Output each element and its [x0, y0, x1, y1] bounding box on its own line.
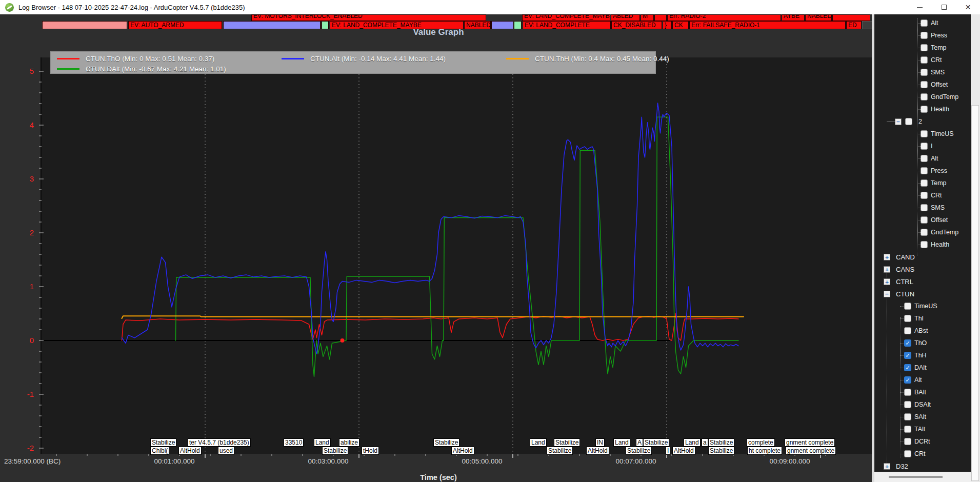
event-marker[interactable] [322, 21, 329, 29]
event-marker[interactable]: CK_DISABLED [611, 21, 662, 29]
event-marker[interactable]: AYBE [782, 14, 805, 21]
plot-canvas[interactable]: -2-1012345 [0, 14, 872, 482]
tree-item-label[interactable]: Temp [931, 179, 947, 187]
tree-item-label[interactable]: CANS [896, 266, 914, 273]
checkbox-BAlt[interactable] [904, 389, 911, 396]
tree-item-label[interactable]: GndTemp [931, 93, 958, 101]
checkbox-ABst[interactable] [904, 327, 911, 334]
event-marker[interactable]: Err: RADIO-2 [667, 14, 781, 21]
event-marker[interactable]: EV: MOTORS_INTERLOCK_ENABLED [251, 14, 486, 21]
tree-item-label[interactable]: DAlt [914, 364, 927, 371]
tree-item-label[interactable]: Press [931, 32, 947, 39]
tree-item-label[interactable]: Press [931, 167, 947, 174]
event-marker[interactable] [654, 14, 667, 21]
checkbox-SAlt[interactable] [904, 413, 911, 420]
tree-item-label[interactable]: Health [931, 106, 949, 113]
checkbox-I[interactable] [921, 143, 928, 150]
event-marker[interactable]: EV: LAND_COMPLETE_MAYBE [522, 14, 610, 21]
event-marker[interactable] [862, 21, 872, 29]
event-marker[interactable]: EV: AUTO_ARMED [128, 21, 222, 29]
checkbox-CRt[interactable] [921, 56, 928, 64]
tree-item-label[interactable]: TimeUS [914, 303, 937, 310]
tree-item-label[interactable]: DCRt [914, 438, 930, 445]
checkbox-2[interactable] [905, 118, 912, 125]
vertical-scrollbar-thumb[interactable] [971, 105, 979, 481]
checkbox-TimeUS[interactable] [904, 303, 911, 310]
event-marker[interactable] [42, 21, 127, 29]
checkbox-ThI[interactable] [904, 315, 911, 322]
tree-item-label[interactable]: ABst [914, 327, 928, 334]
checkbox-Temp[interactable] [921, 179, 928, 187]
checkbox-Temp[interactable] [921, 44, 928, 51]
checkbox-Offset[interactable] [921, 81, 928, 88]
tree-item-label[interactable]: TAlt [914, 426, 925, 433]
checkbox-Alt[interactable] [921, 155, 928, 162]
checkbox-TimeUS[interactable] [921, 130, 928, 137]
tree-item-label[interactable]: BAlt [914, 389, 926, 396]
event-marker[interactable]: Err: FAILSAFE_RADIO-1 [689, 21, 846, 29]
tree-item-label[interactable]: CAND [896, 253, 915, 261]
event-marker[interactable]: } [663, 21, 672, 29]
tree-item-label[interactable]: D32 [896, 463, 908, 470]
event-marker[interactable]: NABLED [464, 21, 491, 29]
tree-item-label[interactable]: SMS [931, 69, 945, 76]
horizontal-scrollbar-thumb[interactable] [889, 476, 943, 478]
expander-icon[interactable]: + [884, 266, 890, 273]
tree-item-label[interactable]: SAlt [914, 413, 926, 420]
checkbox-Press[interactable] [921, 167, 928, 174]
checkbox-CRt[interactable] [904, 450, 911, 457]
event-marker[interactable] [491, 21, 513, 29]
checkbox-Offset[interactable] [921, 216, 928, 224]
checkbox-ThH[interactable]: ✓ [904, 352, 911, 359]
checkbox-SMS[interactable] [921, 69, 928, 76]
checkbox-Alt[interactable] [921, 19, 928, 27]
checkbox-Health[interactable] [921, 106, 928, 113]
checkbox-DAlt[interactable]: ✓ [904, 364, 911, 371]
tree-item-label[interactable]: SMS [931, 204, 945, 211]
tree-item-label[interactable]: Alt [931, 19, 938, 27]
checkbox-Press[interactable] [921, 32, 928, 39]
tree-item-label[interactable]: CRt [931, 192, 942, 199]
event-marker[interactable]: EV: LAND_COMPLETE_MAYBE [330, 21, 464, 29]
event-marker[interactable]: ABLED [611, 14, 640, 21]
expander-icon[interactable]: + [884, 254, 890, 260]
event-marker[interactable]: ED [846, 21, 862, 29]
checkbox-Alt[interactable]: ✓ [904, 376, 911, 384]
tree-item-label[interactable]: CTUN [896, 290, 914, 298]
tree-item-label[interactable]: GndTemp [931, 229, 958, 236]
event-marker[interactable]: CK [672, 21, 689, 29]
tree-item-label[interactable]: Offset [931, 81, 948, 88]
tree-item-label[interactable]: TimeUS [931, 130, 954, 137]
tree-item-label[interactable]: CRt [931, 56, 942, 64]
checkbox-DSAlt[interactable] [904, 401, 911, 408]
tree-item-label[interactable]: Offset [931, 216, 948, 224]
tree-item-label[interactable]: Alt [914, 376, 922, 384]
horizontal-scrollbar[interactable] [874, 472, 971, 482]
close-button[interactable]: ✕ [956, 0, 980, 14]
tree-item-label[interactable]: ThH [914, 352, 927, 359]
checkbox-CRt[interactable] [921, 192, 928, 199]
event-marker[interactable]: NABLED [805, 14, 832, 21]
event-marker[interactable] [514, 21, 522, 29]
vertical-scrollbar[interactable] [971, 14, 980, 482]
expander-icon[interactable]: − [895, 118, 902, 125]
checkbox-ThO[interactable]: ✓ [904, 339, 911, 347]
maximize-button[interactable] [932, 0, 956, 14]
checkbox-TAlt[interactable] [904, 426, 911, 433]
tree-item-label[interactable]: Health [931, 241, 949, 248]
event-marker[interactable]: EV: LAND_COMPLETE [523, 21, 611, 29]
expander-icon[interactable]: + [884, 463, 890, 470]
checkbox-DCRt[interactable] [904, 438, 911, 445]
expander-icon[interactable]: − [884, 291, 890, 297]
tree-item-label[interactable]: Temp [931, 44, 947, 51]
tree-item-label[interactable]: CRt [914, 450, 926, 457]
event-marker[interactable] [223, 21, 321, 29]
checkbox-SMS[interactable] [921, 204, 928, 211]
minimize-button[interactable] [908, 0, 932, 14]
event-marker[interactable] [832, 14, 870, 21]
event-marker[interactable]: M [641, 14, 654, 21]
tree-item-label[interactable]: Alt [931, 155, 938, 162]
tree-item-label[interactable]: CTRL [896, 278, 913, 286]
tree-item-label[interactable]: I [931, 143, 932, 150]
tree-item-label[interactable]: ThI [914, 315, 924, 322]
